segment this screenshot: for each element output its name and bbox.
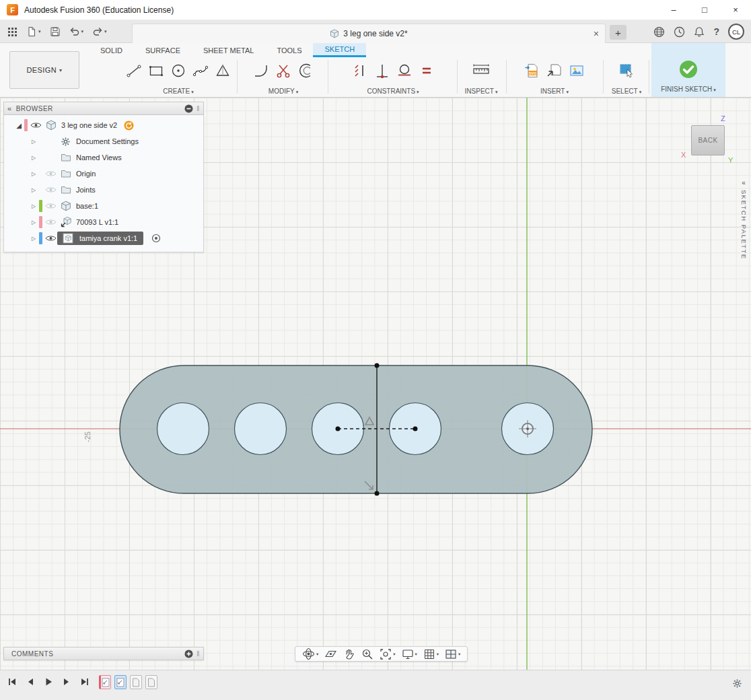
browser-item-tamiya-crank[interactable]: ▷ tamiya crank v1:1 — [4, 230, 203, 246]
expand-arrow-icon[interactable]: ▷ — [30, 171, 38, 177]
zoom-tool[interactable] — [359, 647, 376, 661]
visibility-eye-off-icon[interactable] — [44, 202, 57, 210]
viewcube-back-face[interactable]: BACK — [691, 125, 725, 155]
look-at-tool[interactable] — [322, 647, 340, 661]
browser-item-named-views[interactable]: ▷ Named Views — [4, 149, 203, 166]
timeline-feature-sketch-rolled[interactable] — [99, 675, 111, 689]
insert-derive-button[interactable] — [545, 60, 564, 81]
select-dropdown[interactable]: SELECT — [612, 88, 641, 95]
step-back-button[interactable] — [25, 676, 36, 687]
browser-minimize-icon[interactable] — [184, 104, 193, 113]
timeline-feature-sketch-active[interactable] — [114, 675, 127, 689]
coincident-constraint-button[interactable] — [373, 60, 392, 81]
constraints-dropdown[interactable]: CONSTRAINTS — [367, 88, 419, 95]
save-button[interactable] — [46, 23, 64, 40]
expand-palette-icon[interactable]: « — [742, 179, 746, 186]
file-menu-button[interactable] — [23, 23, 44, 40]
new-tab-button[interactable]: + — [610, 25, 627, 40]
workspace-selector[interactable]: DESIGN — [9, 51, 79, 89]
insert-svg-button[interactable]: SVG — [523, 60, 542, 81]
selected-item-chip[interactable]: tamiya crank v1:1 — [57, 232, 143, 245]
decal-button[interactable] — [567, 60, 586, 81]
browser-item-document-settings[interactable]: ▷ Document Settings — [4, 133, 203, 149]
tab-solid[interactable]: SOLID — [89, 43, 134, 57]
tab-sheet-metal[interactable]: SHEET METAL — [192, 43, 265, 57]
add-comment-icon[interactable] — [184, 650, 193, 658]
visibility-eye-icon[interactable] — [44, 234, 57, 242]
globe-icon[interactable] — [653, 26, 665, 38]
fillet-tool-button[interactable] — [252, 60, 271, 81]
redo-button[interactable] — [89, 23, 110, 40]
visibility-eye-off-icon[interactable] — [44, 170, 57, 178]
tab-tools[interactable]: TOOLS — [265, 43, 313, 57]
tab-surface[interactable]: SURFACE — [134, 43, 192, 57]
tab-sketch[interactable]: SKETCH — [313, 43, 366, 57]
browser-item-root[interactable]: ◢ 3 leg one side v2 — [4, 117, 203, 133]
job-status-clock-icon[interactable] — [674, 26, 685, 38]
circle-tool-button[interactable] — [169, 60, 188, 81]
tangent-constraint-button[interactable] — [395, 60, 414, 81]
design-canvas[interactable]: -25 BACK Z X Y « SKETCH PALETTE « BROWSE… — [0, 98, 751, 670]
expand-arrow-icon[interactable]: ◢ — [15, 122, 23, 129]
play-button[interactable] — [43, 676, 54, 687]
comments-panel[interactable]: COMMENTS ‖ — [3, 647, 204, 660]
trim-tool-button[interactable] — [274, 60, 293, 81]
equal-constraint-button[interactable] — [417, 60, 436, 81]
update-badge-icon[interactable] — [124, 120, 134, 131]
timeline-feature-insert[interactable] — [130, 675, 142, 689]
expand-arrow-icon[interactable]: ▷ — [30, 203, 38, 209]
app-grid-menu-button[interactable] — [4, 23, 21, 40]
timeline-settings-gear-icon[interactable] — [732, 678, 742, 689]
user-avatar[interactable]: CL — [728, 24, 744, 40]
go-to-end-button[interactable] — [79, 676, 90, 687]
offset-tool-button[interactable] — [296, 60, 315, 81]
step-forward-button[interactable] — [61, 676, 72, 687]
expand-arrow-icon[interactable]: ▷ — [30, 219, 38, 225]
expand-arrow-icon[interactable]: ▷ — [30, 139, 38, 145]
browser-item-joints[interactable]: ▷ Joints — [4, 182, 203, 198]
visibility-eye-off-icon[interactable] — [44, 186, 57, 194]
document-tab[interactable]: 3 leg one side v2* × — [132, 24, 606, 43]
grid-and-snaps[interactable] — [421, 647, 441, 661]
horizontal-vertical-constraint-button[interactable] — [351, 60, 369, 81]
inspect-dropdown[interactable]: INSPECT — [465, 88, 498, 95]
browser-item-origin[interactable]: ▷ Origin — [4, 166, 203, 182]
browser-item-base[interactable]: ▷ base:1 — [4, 198, 203, 214]
expand-arrow-icon[interactable]: ▷ — [30, 236, 38, 242]
undo-button[interactable] — [66, 23, 87, 40]
polygon-tool-button[interactable] — [213, 60, 232, 81]
go-to-start-button[interactable] — [7, 676, 17, 687]
browser-item-70093[interactable]: ▷ 70093 L v1:1 — [4, 214, 203, 230]
pan-tool[interactable] — [341, 647, 358, 661]
view-cube[interactable]: BACK Z X Y — [676, 114, 747, 168]
browser-drag-grip[interactable]: ‖ — [196, 105, 200, 112]
help-button[interactable]: ? — [713, 26, 719, 37]
close-button[interactable]: × — [720, 0, 751, 20]
spline-tool-button[interactable] — [191, 60, 210, 81]
line-tool-button[interactable] — [124, 60, 143, 81]
notifications-bell-icon[interactable] — [694, 26, 705, 38]
rectangle-tool-button[interactable] — [147, 60, 166, 81]
maximize-button[interactable]: □ — [689, 0, 720, 20]
comments-drag-grip[interactable]: ‖ — [196, 650, 200, 658]
collapse-browser-icon[interactable]: « — [7, 104, 12, 112]
viewports[interactable] — [442, 647, 463, 661]
finish-sketch-dropdown[interactable]: FINISH SKETCH — [661, 85, 716, 93]
visibility-eye-off-icon[interactable] — [44, 218, 57, 226]
measure-tool-button[interactable] — [472, 60, 491, 81]
expand-arrow-icon[interactable]: ▷ — [30, 187, 38, 193]
select-tool-button[interactable] — [617, 60, 636, 81]
activate-component-radio-icon[interactable] — [151, 234, 161, 243]
expand-arrow-icon[interactable]: ▷ — [30, 155, 38, 161]
tab-close-icon[interactable]: × — [594, 28, 599, 40]
create-dropdown[interactable]: CREATE — [163, 88, 193, 95]
modify-dropdown[interactable]: MODIFY — [269, 88, 298, 95]
minimize-button[interactable]: – — [658, 0, 689, 20]
display-settings[interactable] — [399, 647, 420, 661]
sketch-palette-tab[interactable]: « SKETCH PALETTE — [737, 179, 750, 260]
timeline-feature-insert[interactable] — [145, 675, 157, 689]
fit-tool[interactable] — [377, 647, 398, 661]
orbit-tool[interactable] — [299, 647, 321, 661]
finish-sketch-button[interactable] — [677, 58, 700, 81]
insert-dropdown[interactable]: INSERT — [540, 88, 569, 95]
